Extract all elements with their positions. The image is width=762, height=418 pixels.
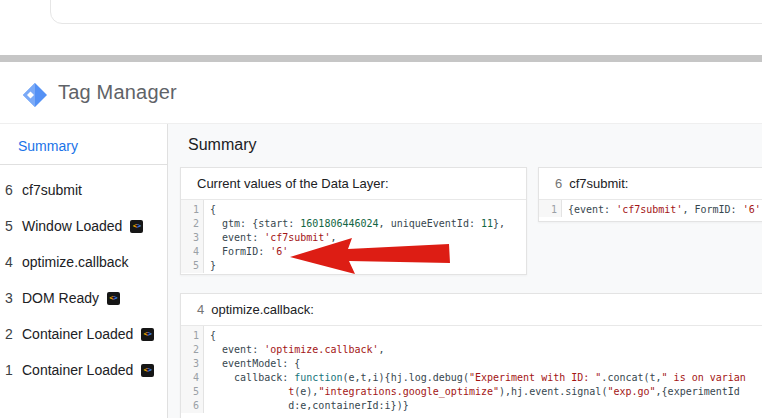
html-tag-badge-icon: <>	[130, 220, 143, 233]
sidebar-item-container-loaded-1[interactable]: 1 Container Loaded <>	[0, 352, 168, 388]
sidebar-item-window-loaded[interactable]: 5 Window Loaded <>	[0, 208, 168, 244]
event-number: 5	[5, 218, 22, 234]
event-label: DOM Ready	[22, 290, 99, 306]
event-number: 6	[5, 182, 22, 198]
page-title: Summary	[188, 136, 256, 154]
sidebar-item-container-loaded-2[interactable]: 2 Container Loaded <>	[0, 316, 168, 352]
card-title: Current values of the Data Layer:	[181, 168, 526, 200]
card-title: 4optimize.callback:	[181, 294, 762, 326]
sidebar-item-cf7submit[interactable]: 6 cf7submit	[0, 172, 168, 208]
event-sidebar: Summary 6 cf7submit 5 Window Loaded <> 4…	[0, 124, 168, 418]
badge-gt: >	[148, 330, 152, 338]
html-tag-badge-icon: <>	[107, 292, 120, 305]
sidebar-item-dom-ready[interactable]: 3 DOM Ready <>	[0, 280, 168, 316]
event-list: 6 cf7submit 5 Window Loaded <> 4 optimiz…	[0, 172, 168, 388]
code-block: 1{event: 'cf7submit', FormID: '6'	[539, 200, 762, 217]
event-label: Container Loaded	[22, 326, 133, 342]
event-number: 4	[197, 302, 204, 317]
sidebar-summary-link[interactable]: Summary	[18, 138, 78, 154]
sidebar-divider	[0, 164, 168, 165]
event-label: Window Loaded	[22, 218, 122, 234]
event-number: 3	[5, 290, 22, 306]
optimize-callback-event-card: 4optimize.callback: 1{2 event: 'optimize…	[180, 293, 762, 418]
html-tag-badge-icon: <>	[141, 328, 154, 341]
tag-manager-logo-icon	[22, 82, 48, 108]
main-content: Summary Current values of the Data Layer…	[168, 124, 762, 418]
header: Tag Manager Tags Variables Data Layer Er…	[0, 62, 762, 124]
event-number: 4	[5, 254, 22, 270]
badge-gt: >	[148, 366, 152, 374]
card-title: 6cf7submit:	[539, 168, 762, 200]
datalayer-values-card: Current values of the Data Layer: 1{2 gt…	[180, 167, 527, 275]
gtm-debug-panel: Tag Manager Tags Variables Data Layer Er…	[0, 0, 762, 418]
panel-top-divider	[0, 55, 762, 62]
event-title: optimize.callback:	[211, 302, 314, 317]
event-label: cf7submit	[22, 182, 82, 198]
badge-gt: >	[137, 222, 141, 230]
event-title: cf7submit:	[569, 176, 628, 191]
badge-gt: >	[114, 294, 118, 302]
event-number: 6	[555, 176, 562, 191]
event-number: 1	[5, 362, 22, 378]
event-number: 2	[5, 326, 22, 342]
code-block: 1{2 gtm: {start: 1601806446024, uniqueEv…	[181, 200, 526, 273]
html-tag-badge-icon: <>	[141, 364, 154, 377]
event-label: optimize.callback	[22, 254, 129, 270]
code-block: 1{2 event: 'optimize.callback',3 eventMo…	[181, 326, 762, 413]
event-label: Container Loaded	[22, 362, 133, 378]
page-container-corner	[50, 0, 762, 24]
sidebar-item-optimize-callback[interactable]: 4 optimize.callback	[0, 244, 168, 280]
cf7submit-event-card: 6cf7submit: 1{event: 'cf7submit', FormID…	[538, 167, 762, 222]
app-title: Tag Manager	[58, 81, 177, 104]
